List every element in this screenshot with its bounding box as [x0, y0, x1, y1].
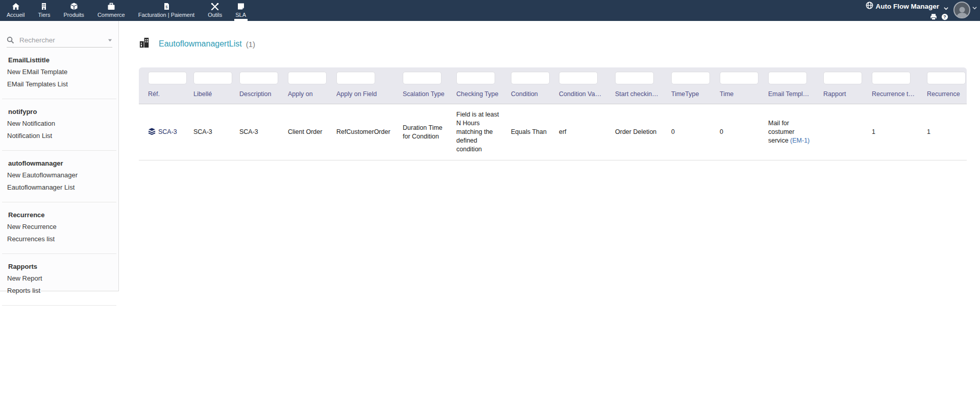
column-filter-input[interactable] — [768, 72, 807, 84]
column-header[interactable]: Condition — [505, 86, 553, 104]
sidebar-item-new-notification[interactable]: New Notification — [7, 118, 118, 130]
column-header[interactable]: Apply on Field — [330, 86, 397, 104]
column-filter-cell — [282, 67, 330, 86]
cell-time: 0 — [714, 104, 762, 160]
sidebar-section-title[interactable]: Recurrence — [8, 211, 118, 219]
column-filter-cell — [866, 67, 921, 86]
left-sidebar: EmailListtitleNew EMail TemplateEMail Te… — [0, 21, 119, 291]
email-template-link[interactable]: (EM-1) — [790, 137, 810, 144]
sidebar-section-title[interactable]: autoflowmanager — [8, 159, 118, 167]
column-header[interactable]: Description — [233, 86, 282, 104]
sidebar-item-new-eautoflowmanager[interactable]: New Eautoflowmanager — [7, 169, 118, 181]
sidebar-item-new-email-template[interactable]: New EMail Template — [7, 66, 118, 78]
column-filter-input[interactable] — [671, 72, 710, 84]
sidebar-section-title[interactable]: Rapports — [8, 263, 118, 270]
column-filter-input[interactable] — [823, 72, 862, 84]
menu-item-sla[interactable]: SLA — [229, 0, 253, 21]
sidebar-item-email-templates-list[interactable]: EMail Templates List — [7, 78, 118, 90]
column-filter-input[interactable] — [288, 72, 327, 84]
menu-item-tiers[interactable]: Tiers — [31, 0, 57, 21]
chevron-down-icon — [944, 6, 948, 11]
cell-description: SCA-3 — [233, 104, 282, 160]
column-filter-input[interactable] — [511, 72, 550, 84]
column-header[interactable]: Réf. — [139, 86, 187, 104]
column-filter-input[interactable] — [193, 72, 232, 84]
search-input[interactable] — [19, 36, 108, 44]
column-header[interactable]: Checking Type — [450, 86, 505, 104]
column-header[interactable]: Scalation Type — [397, 86, 450, 104]
page-title[interactable]: EautoflowmanagertList — [159, 39, 242, 49]
svg-text:?: ? — [943, 14, 946, 19]
avatar[interactable] — [953, 2, 970, 18]
sidebar-section-title[interactable]: EmailListtitle — [8, 56, 118, 64]
column-filter-cell — [139, 67, 187, 86]
column-header[interactable]: Email Templ… — [762, 86, 817, 104]
column-filter-input[interactable] — [720, 72, 758, 84]
column-filter-input[interactable] — [403, 72, 442, 84]
menu-item-label: Accueil — [7, 12, 24, 18]
column-header[interactable]: Time — [714, 86, 762, 104]
top-menu-bar: AccueilTiersProduitsCommerce$Facturation… — [0, 0, 980, 21]
column-header[interactable]: Rapport — [817, 86, 866, 104]
ref-link[interactable]: SCA-3 — [158, 128, 177, 135]
menu-item-label: SLA — [235, 12, 246, 18]
column-header[interactable]: Recurrence t… — [866, 86, 921, 104]
sidebar-item-new-report[interactable]: New Report — [7, 272, 118, 285]
column-filter-cell — [762, 67, 817, 86]
note-icon — [237, 3, 245, 10]
sidebar-item-new-recurrence[interactable]: New Recurrence — [7, 221, 118, 233]
cell-apply_on: Client Order — [282, 104, 330, 160]
sidebar-section-title[interactable]: notifypro — [8, 108, 118, 115]
column-filter-cell — [665, 67, 714, 86]
column-filter-input[interactable] — [872, 72, 911, 84]
column-filter-input[interactable] — [456, 72, 495, 84]
cell-start_checking: Order Deletion — [609, 104, 665, 160]
column-header[interactable]: Recurrence — [921, 86, 967, 104]
column-header[interactable]: Apply on — [282, 86, 330, 104]
column-filter-input[interactable] — [148, 72, 187, 84]
sidebar-section-notifypro: notifyproNew NotificationNotification Li… — [0, 108, 118, 144]
column-header[interactable]: Libellé — [187, 86, 233, 104]
menu-item-facturation-paiement[interactable]: $Facturation | Paiement — [132, 0, 201, 21]
menu-item-accueil[interactable]: Accueil — [0, 0, 31, 21]
sidebar-item-eautoflowmanager-list[interactable]: Eautoflowmanager List — [7, 181, 118, 194]
menu-item-label: Outils — [208, 12, 222, 18]
column-filter-input[interactable] — [559, 72, 598, 84]
column-header[interactable]: Start checkin… — [609, 86, 665, 104]
column-filter-cell — [921, 67, 967, 86]
column-filter-input[interactable] — [336, 72, 375, 84]
company-switcher[interactable]: Auto Flow Manager — [866, 2, 949, 11]
cell-time_type: 0 — [665, 104, 714, 160]
sidebar-separator — [2, 202, 116, 202]
cell-apply_on_field: RefCustomerOrder — [330, 104, 397, 160]
search-dropdown-arrow-icon[interactable] — [108, 38, 112, 42]
sidebar-item-reports-list[interactable]: Reports list — [7, 285, 118, 297]
column-filter-input[interactable] — [615, 72, 654, 84]
globe-icon — [866, 2, 873, 11]
search-icon — [7, 36, 14, 44]
main-content: EautoflowmanagertList (1) Réf.LibelléDes… — [119, 21, 980, 393]
cell-ref: SCA-3 — [139, 104, 187, 160]
column-filter-cell — [553, 67, 609, 86]
cell-condition_value: erf — [553, 104, 609, 160]
column-header[interactable]: Condition Va… — [553, 86, 609, 104]
sidebar-search — [7, 36, 112, 48]
sidebar-item-notification-list[interactable]: Notification List — [7, 130, 118, 142]
cell-email: Mail for costumer service (EM-1) — [762, 104, 817, 160]
column-filter-cell — [233, 67, 282, 86]
topbar-right-area: Auto Flow Manager ? — [866, 0, 977, 21]
cell-recurrence: 1 — [921, 104, 967, 160]
building-icon — [40, 3, 48, 10]
cell-libelle: SCA-3 — [187, 104, 233, 160]
menu-item-outils[interactable]: Outils — [201, 0, 229, 21]
menu-item-produits[interactable]: Produits — [57, 0, 91, 21]
sidebar-item-recurrences-list[interactable]: Recurrences list — [7, 233, 118, 245]
column-filter-input[interactable] — [239, 72, 278, 84]
menu-item-commerce[interactable]: Commerce — [91, 0, 132, 21]
column-header[interactable]: TimeType — [665, 86, 714, 104]
user-menu[interactable] — [953, 2, 977, 18]
column-filter-cell — [187, 67, 233, 86]
cube-icon — [70, 3, 78, 10]
column-filter-input[interactable] — [927, 72, 966, 84]
column-filter-cell — [817, 67, 866, 86]
